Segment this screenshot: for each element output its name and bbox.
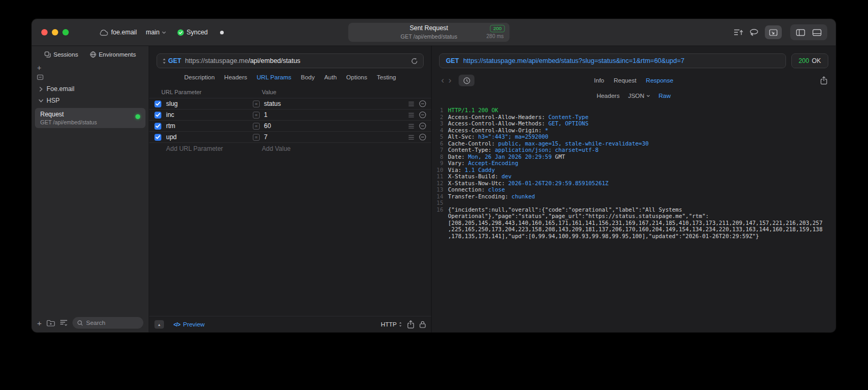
param-value-field[interactable]: status	[264, 100, 408, 107]
updown-chevrons-icon	[399, 322, 402, 327]
check-circle-icon	[177, 29, 184, 36]
param-name-field[interactable]: upd	[166, 133, 253, 141]
param-enabled-checkbox[interactable]	[154, 112, 161, 119]
sort-lines-icon	[60, 320, 68, 326]
share-button[interactable]	[407, 320, 414, 329]
response-line: 9Vary: Accept-Encoding	[435, 160, 824, 167]
request-url-bar[interactable]: GET https://statuspage.me/api/embed/stat…	[157, 53, 424, 68]
param-name-field[interactable]: rtm	[166, 122, 253, 130]
new-folder-button[interactable]	[47, 320, 55, 326]
preview-label: Preview	[183, 321, 205, 328]
lasso-tool-button[interactable]	[750, 29, 759, 37]
equals-icon: =	[253, 112, 260, 119]
branch-selector[interactable]: main	[146, 29, 166, 36]
zoom-window-button[interactable]	[62, 29, 69, 35]
export-response-button[interactable]	[820, 76, 827, 85]
remove-param-button[interactable]	[419, 100, 426, 107]
param-row-upd: upd=7	[149, 132, 431, 143]
drag-handle-icon[interactable]	[408, 124, 414, 129]
request-tab-options[interactable]: Options	[346, 74, 368, 80]
remove-param-button[interactable]	[419, 111, 426, 119]
tab-label: JSON	[628, 93, 644, 99]
protocol-selector[interactable]: HTTP	[381, 321, 402, 328]
response-tab-response[interactable]: Response	[646, 77, 673, 84]
refresh-icon	[411, 58, 418, 65]
request-tab-body[interactable]: Body	[301, 74, 315, 80]
console-toggle-button[interactable]: ▲	[154, 320, 164, 329]
panel-toggles	[790, 24, 827, 40]
param-enabled-checkbox[interactable]	[154, 101, 161, 107]
param-enabled-checkbox[interactable]	[154, 134, 161, 141]
toggle-bottom-panel-button[interactable]	[812, 29, 821, 36]
response-tab-request[interactable]: Request	[614, 77, 636, 84]
minimize-window-button[interactable]	[52, 29, 58, 35]
preview-button[interactable]: </> Preview	[173, 321, 205, 328]
method-selector[interactable]: GET	[162, 57, 181, 65]
request-tab-headers[interactable]: Headers	[224, 74, 247, 80]
param-enabled-checkbox[interactable]	[154, 123, 161, 130]
project-name: foe.email	[111, 29, 137, 36]
resend-request-button[interactable]	[411, 58, 418, 65]
project-menu[interactable]: foe.email	[99, 29, 137, 36]
response-view-raw[interactable]: Raw	[659, 93, 671, 99]
method-label: GET	[168, 57, 181, 65]
request-tab-testing[interactable]: Testing	[377, 74, 396, 80]
history-back-button[interactable]: ‹	[439, 76, 446, 85]
history-button[interactable]	[459, 75, 474, 86]
line-number: 10	[435, 167, 448, 174]
add-item-button[interactable]: +	[37, 64, 45, 71]
drag-handle-icon[interactable]	[408, 135, 414, 140]
lock-button[interactable]	[419, 321, 426, 328]
remove-param-button[interactable]	[419, 133, 426, 141]
sidebar-group-hsp[interactable]: HSP	[32, 95, 149, 106]
project-bar: foe.email main Synced	[99, 29, 224, 36]
close-window-button[interactable]	[41, 29, 48, 35]
add-request-button[interactable]: +	[37, 319, 42, 328]
tab-environments[interactable]: Environments	[90, 51, 136, 58]
import-export-button[interactable]	[734, 29, 743, 36]
add-param-row[interactable]: Add URL Parameter Add Value	[149, 143, 431, 154]
add-param-name-placeholder[interactable]: Add URL Parameter	[166, 145, 262, 152]
url-input[interactable]: https://statuspage.me/api/embed/status	[185, 57, 407, 65]
line-number: 13	[435, 186, 448, 193]
add-param-value-placeholder[interactable]: Add Value	[262, 145, 291, 152]
param-value-field[interactable]: 60	[264, 122, 408, 130]
toggle-sidebar-button[interactable]	[796, 29, 805, 36]
param-value-field[interactable]: 7	[264, 133, 408, 141]
tab-sessions[interactable]: Sessions	[44, 51, 78, 58]
collapse-all-button[interactable]	[37, 74, 45, 81]
search-icon	[77, 320, 83, 326]
search-placeholder: Search	[86, 320, 105, 326]
search-input[interactable]: Search	[72, 317, 143, 329]
param-name-field[interactable]: inc	[166, 111, 253, 119]
equals-icon: =	[253, 101, 260, 107]
sync-status[interactable]: Synced	[177, 29, 208, 36]
response-tab-info[interactable]: Info	[594, 77, 604, 84]
line-number: 2	[435, 114, 448, 121]
request-tab-url-params[interactable]: URL Params	[257, 74, 291, 80]
param-name-field[interactable]: slug	[166, 100, 253, 107]
detach-window-button[interactable]	[765, 25, 782, 39]
chevron-down-icon	[162, 31, 166, 34]
response-body-viewer[interactable]: 1HTTP/1.1 200 OK2Access-Control-Allow-He…	[432, 103, 836, 332]
response-url-bar[interactable]: GET https://statuspage.me/api/embed/stat…	[439, 53, 786, 68]
sidebar-request-item[interactable]: Request GET /api/embed/status	[35, 108, 145, 128]
response-line: 7Content-Type: application/json; charset…	[435, 147, 824, 153]
line-content: Via: 1.1 Caddy	[448, 167, 824, 174]
drag-handle-icon[interactable]	[408, 113, 414, 117]
request-tab-description[interactable]: Description	[184, 74, 215, 80]
sent-request-capsule[interactable]: Sent Request 200 GET /api/embed/status 2…	[348, 23, 509, 42]
sync-status-label: Synced	[187, 29, 208, 36]
remove-param-button[interactable]	[419, 122, 426, 130]
request-tab-auth[interactable]: Auth	[324, 74, 337, 80]
history-forward-button[interactable]: ›	[446, 76, 454, 85]
response-view-json[interactable]: JSON	[628, 93, 650, 99]
lasso-icon	[750, 29, 759, 37]
drag-handle-icon[interactable]	[408, 102, 414, 106]
param-value-field[interactable]: 1	[264, 111, 408, 119]
sidebar-group-foe-email[interactable]: Foe.email	[32, 83, 149, 95]
code-icon: </>	[173, 322, 180, 328]
response-view-headers[interactable]: Headers	[597, 93, 619, 99]
bottom-panel-toggle-icon	[812, 29, 821, 36]
sort-filter-button[interactable]	[60, 320, 68, 326]
